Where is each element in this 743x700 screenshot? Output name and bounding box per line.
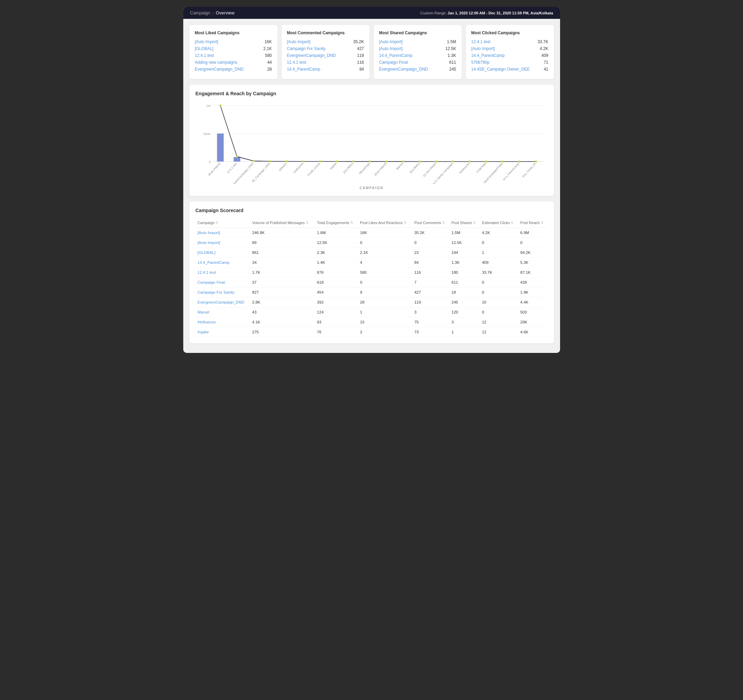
campaign-link[interactable]: 14.4_ParentCamp [198,260,229,265]
data-cell: 37 [250,278,315,287]
campaign-link[interactable]: Marvel [198,310,210,314]
campaign-link[interactable]: Campaign Final [379,60,408,65]
data-cell: 18 [450,287,480,297]
data-cell: 611 [450,278,480,287]
x-axis-label: Do Not Delete [422,162,437,178]
date-range-value: Jan 1, 2020 12:00 AM - Dec 31, 2020 11:5… [448,11,553,15]
campaign-link[interactable]: 12.4.1 test [287,60,306,65]
stats-row: Adding new campaigns44 [195,60,272,65]
campaign-link[interactable]: [Auto Import] [287,39,311,44]
campaign-link[interactable]: Campaign Final [198,280,225,284]
th-campaign[interactable]: Campaign ⇅ [195,218,250,228]
th-volume-of-published-messages[interactable]: Volume of Published Messages ⇅ [250,218,315,228]
data-dot [485,160,487,163]
campaign-cell: Campaign For Sanity [195,287,250,297]
data-cell: 4.1K [250,317,315,327]
campaign-link[interactable]: 12.4.1 test [471,39,491,44]
data-cell: 428 [518,278,548,287]
data-cell: 876 [315,268,358,278]
stat-value: 2.1K [263,46,272,51]
data-cell: 9 [358,287,412,297]
table-row: Marvel43124131200503 [195,307,548,317]
data-cell: 1.9K [518,287,548,297]
campaign-link[interactable]: EvergreenCampaign_DND [195,67,244,72]
stat-value: 245 [449,67,456,72]
campaign-link[interactable]: 12.4.1 test [195,53,214,58]
campaign-link[interactable]: 14.4_ParentCamp [379,53,413,58]
data-cell: 4.4K [518,297,548,307]
campaign-link[interactable]: EvergreenCampaign_DND [198,300,244,304]
data-cell: 12.5K [450,238,480,248]
campaign-cell: EvergreenCampaign_DND [195,297,250,307]
data-cell: 0 [480,287,518,297]
stats-row: 12.4.1 test116 [287,60,364,65]
x-axis-label: Prod0_Camp [306,162,320,177]
scorecard-table: Campaign ⇅Volume of Published Messages ⇅… [195,218,548,337]
campaign-link[interactable]: [Auto Import] [198,231,220,235]
campaign-cell: [Auto Import] [195,228,250,238]
svg-text:0: 0 [209,160,210,164]
campaign-link[interactable]: 12.4.1 test [198,270,216,274]
stat-value: 33.7K [537,39,548,44]
data-cell: 119 [412,297,450,307]
most-liked-title: Most Liked Campaigns [195,31,272,35]
campaign-link[interactable]: #spike [198,330,209,334]
data-cell: 194 [450,248,480,258]
data-dot [219,105,221,107]
data-cell: 0 [480,278,518,287]
campaign-cell: [GLOBAL] [195,248,250,258]
th-post-comments[interactable]: Post Comments ⇅ [412,218,450,228]
campaign-link[interactable]: Campaign For Sanity [287,46,326,51]
scorecard-section: Campaign Scorecard Campaign ⇅Volume of P… [189,201,554,343]
data-cell: 180 [450,268,480,278]
campaign-cell: Campaign Final [195,278,250,287]
breadcrumb-root[interactable]: Campaign [190,10,210,15]
stat-value: 44 [267,60,272,65]
stat-value: 611 [449,60,456,65]
data-dot [385,160,388,163]
stat-value: 1.3K [448,53,456,58]
campaign-link[interactable]: [Auto Import] [198,241,220,245]
th-post-likes-and-reactions[interactable]: Post Likes And Reactions ⇅ [358,218,412,228]
campaign-link[interactable]: [Auto Import] [471,46,495,51]
campaign-link[interactable]: [GLOBAL] [195,46,214,51]
stat-value: 116 [357,60,364,65]
th-total-engagements[interactable]: Total Engagements ⇅ [315,218,358,228]
breadcrumb: Campaign › Overview [190,10,235,15]
campaign-link[interactable]: [GLOBAL] [198,250,216,255]
campaign-link[interactable]: #Influence [198,320,216,324]
campaign-link[interactable]: 14.4_ParentCamp [471,53,505,58]
data-cell: 1 [358,307,412,317]
campaign-link[interactable]: [Auto Import] [379,39,403,44]
data-cell: 43 [250,307,315,317]
th-estimated-clicks[interactable]: Estimated Clicks ⇅ [480,218,518,228]
stat-value: 580 [265,53,272,58]
data-cell: 75 [412,317,450,327]
campaign-link[interactable]: [Auto Import] [379,46,403,51]
x-axis-label: #awesome [458,162,470,175]
stat-value: 1.5M [447,39,456,44]
stat-value: 41 [544,67,548,72]
stats-row: 12.4.1 test33.7K [471,39,548,44]
most-commented-rows: [Auto Import]35.2KCampaign For Sanity427… [287,39,364,72]
x-axis-label: default1 [278,162,287,172]
x-axis-label: 14.4_ParentCamp [502,162,520,182]
data-cell: 89 [250,238,315,248]
x-axis-label: JB_Campaign_DND [251,162,271,183]
campaign-link[interactable]: EvergreenCampaign_DND [379,67,428,72]
campaign-link[interactable]: 5768790p [471,60,490,65]
stat-value: 12.5K [446,46,456,51]
campaign-link[interactable]: Adding new campaigns [195,60,237,65]
campaign-link[interactable]: 14.4_ParentCamp [287,67,320,72]
sort-icon: ⇅ [511,221,514,224]
th-post-reach[interactable]: Post Reach ⇅ [518,218,548,228]
campaign-link[interactable]: Campaign For Sanity [198,290,235,295]
data-cell: 12.5K [315,238,358,248]
campaign-link[interactable]: EvergreenCampaign_DND [287,53,336,58]
campaign-link[interactable]: [Auto Import] [195,39,219,44]
data-cell: 454 [315,287,358,297]
data-cell: 3 [412,307,450,317]
th-post-shares[interactable]: Post Shares ⇅ [450,218,480,228]
campaign-link[interactable]: 14.4SE_Campaign Owner_DEE [471,67,530,72]
data-cell: 1.6M [315,228,358,238]
